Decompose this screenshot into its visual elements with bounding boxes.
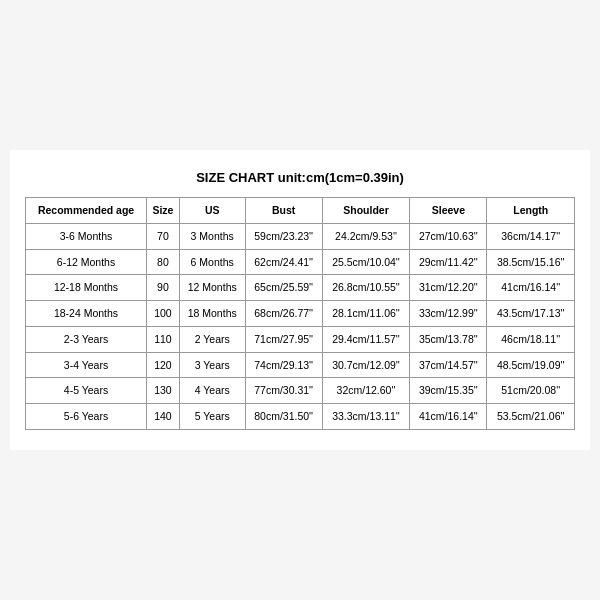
table-cell: 70 [147,224,180,250]
table-cell: 27cm/10.63'' [410,224,487,250]
table-cell: 35cm/13.78'' [410,326,487,352]
table-cell: 80cm/31.50'' [245,403,322,429]
table-cell: 140 [147,403,180,429]
table-cell: 90 [147,275,180,301]
table-cell: 80 [147,249,180,275]
table-cell: 5-6 Years [26,403,147,429]
table-cell: 48.5cm/19.09'' [487,352,575,378]
table-cell: 31cm/12.20'' [410,275,487,301]
table-row: 5-6 Years1405 Years80cm/31.50''33.3cm/13… [26,403,575,429]
table-cell: 41cm/16.14'' [487,275,575,301]
table-header-row: Recommended ageSizeUSBustShoulderSleeveL… [26,198,575,224]
table-row: 6-12 Months806 Months62cm/24.41''25.5cm/… [26,249,575,275]
table-cell: 33.3cm/13.11'' [322,403,409,429]
table-header-cell: Shoulder [322,198,409,224]
table-row: 2-3 Years1102 Years71cm/27.95''29.4cm/11… [26,326,575,352]
table-cell: 130 [147,378,180,404]
table-cell: 29cm/11.42'' [410,249,487,275]
table-cell: 24.2cm/9.53'' [322,224,409,250]
table-cell: 36cm/14.17'' [487,224,575,250]
table-header-cell: US [179,198,245,224]
table-cell: 2 Years [179,326,245,352]
table-cell: 3 Months [179,224,245,250]
table-cell: 26.8cm/10.55'' [322,275,409,301]
table-cell: 3 Years [179,352,245,378]
table-cell: 2-3 Years [26,326,147,352]
chart-title: SIZE CHART unit:cm(1cm=0.39in) [25,170,575,185]
table-header-cell: Length [487,198,575,224]
table-cell: 77cm/30.31'' [245,378,322,404]
table-cell: 4 Years [179,378,245,404]
size-table: Recommended ageSizeUSBustShoulderSleeveL… [25,197,575,429]
table-cell: 74cm/29.13'' [245,352,322,378]
table-cell: 12-18 Months [26,275,147,301]
table-header-cell: Sleeve [410,198,487,224]
table-header-cell: Size [147,198,180,224]
table-cell: 4-5 Years [26,378,147,404]
table-cell: 3-4 Years [26,352,147,378]
table-cell: 3-6 Months [26,224,147,250]
table-cell: 6 Months [179,249,245,275]
table-cell: 28.1cm/11.06'' [322,301,409,327]
table-cell: 51cm/20.08'' [487,378,575,404]
table-cell: 110 [147,326,180,352]
table-row: 4-5 Years1304 Years77cm/30.31''32cm/12.6… [26,378,575,404]
table-row: 3-4 Years1203 Years74cm/29.13''30.7cm/12… [26,352,575,378]
table-cell: 30.7cm/12.09'' [322,352,409,378]
table-cell: 71cm/27.95'' [245,326,322,352]
table-row: 12-18 Months9012 Months65cm/25.59''26.8c… [26,275,575,301]
table-cell: 53.5cm/21.06'' [487,403,575,429]
table-cell: 39cm/15.35'' [410,378,487,404]
table-cell: 43.5cm/17.13'' [487,301,575,327]
table-cell: 12 Months [179,275,245,301]
table-cell: 37cm/14.57'' [410,352,487,378]
table-cell: 38.5cm/15.16'' [487,249,575,275]
table-row: 3-6 Months703 Months59cm/23.23''24.2cm/9… [26,224,575,250]
table-cell: 62cm/24.41'' [245,249,322,275]
table-cell: 6-12 Months [26,249,147,275]
table-cell: 59cm/23.23'' [245,224,322,250]
table-cell: 68cm/26.77'' [245,301,322,327]
table-cell: 25.5cm/10.04'' [322,249,409,275]
table-cell: 5 Years [179,403,245,429]
table-cell: 29.4cm/11.57'' [322,326,409,352]
table-cell: 33cm/12.99'' [410,301,487,327]
table-header-cell: Recommended age [26,198,147,224]
table-cell: 18-24 Months [26,301,147,327]
table-cell: 120 [147,352,180,378]
table-header-cell: Bust [245,198,322,224]
table-cell: 18 Months [179,301,245,327]
table-cell: 65cm/25.59'' [245,275,322,301]
table-cell: 46cm/18.11'' [487,326,575,352]
table-cell: 100 [147,301,180,327]
table-row: 18-24 Months10018 Months68cm/26.77''28.1… [26,301,575,327]
table-cell: 32cm/12.60'' [322,378,409,404]
table-cell: 41cm/16.14'' [410,403,487,429]
size-chart-container: SIZE CHART unit:cm(1cm=0.39in) Recommend… [10,150,590,449]
